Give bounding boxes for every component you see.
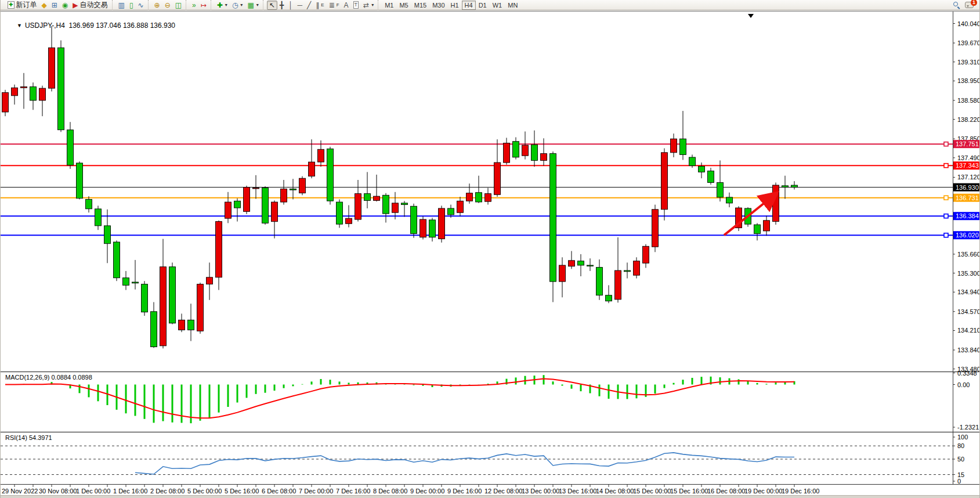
new-order-button[interactable]: ✚新订单 (5, 1, 39, 10)
svg-text:8 Dec 08:00: 8 Dec 08:00 (373, 488, 407, 495)
vertical-line-button[interactable]: │ (286, 1, 295, 10)
svg-text:136.731: 136.731 (956, 194, 979, 201)
indicators-button[interactable]: ✚▾ (215, 1, 230, 10)
tile-windows-button[interactable]: ◫ (173, 1, 184, 10)
navigator-icon: ◉ (62, 2, 68, 9)
svg-text:-1.2321: -1.2321 (957, 424, 979, 431)
price-badge-136.930: 136.930 (953, 183, 980, 192)
svg-text:2 Dec 08:00: 2 Dec 08:00 (150, 488, 185, 495)
navigator-button[interactable]: ◉ (60, 1, 70, 10)
timeframe-m30-button[interactable]: M30 (429, 1, 447, 10)
cursor-button[interactable]: ↖ (267, 1, 277, 10)
svg-text:139.310: 139.310 (957, 59, 980, 66)
chart-symbol-button[interactable]: ◆ (39, 1, 49, 10)
timeframe-m1-button[interactable]: M1 (382, 1, 396, 10)
main-toolbar: ✚新订单◆⊞◉▶自动交易▥▯∿⊕⊖◫»↦✚▾◷▾▦▾↖╋│─╱∥E≣FAT⇄▾M… (1, 0, 979, 10)
svg-text:138.220: 138.220 (957, 116, 980, 123)
timeframe-h4-button[interactable]: H4 (462, 1, 476, 10)
svg-text:138.580: 138.580 (957, 97, 980, 104)
price-chart[interactable]: 140.040139.670139.310138.950138.580138.2… (1, 12, 980, 498)
timeframe-m5-button[interactable]: M5 (396, 1, 411, 10)
fibonacci-icon: ≣ (329, 2, 335, 9)
trendline-button[interactable]: ╱ (305, 1, 313, 10)
svg-text:9 Dec 00:00: 9 Dec 00:00 (410, 488, 444, 495)
auto-scroll-button[interactable]: » (190, 1, 198, 10)
channel-button[interactable]: ∥E (313, 1, 326, 10)
market-watch-button[interactable]: ⊞ (49, 1, 60, 10)
search-icon[interactable] (953, 2, 960, 9)
line-chart-button[interactable]: ∿ (136, 1, 146, 10)
new-order-button-label: 新订单 (16, 0, 37, 10)
horizontal-line-icon: ─ (298, 2, 303, 9)
chevron-down-icon: ▾ (240, 2, 243, 8)
svg-text:135.660: 135.660 (957, 251, 980, 258)
svg-text:140.040: 140.040 (957, 20, 980, 27)
collapse-caret-icon[interactable]: ▼ (17, 23, 22, 28)
toolbar-group-trade: ✚新订单◆⊞◉▶自动交易 (2, 0, 112, 10)
timeframe-h1-button[interactable]: H1 (448, 1, 462, 10)
arrows-button[interactable]: ⇄▾ (361, 1, 376, 10)
svg-text:139.670: 139.670 (957, 39, 980, 46)
cursor-icon: ↖ (269, 2, 275, 9)
timeframe-d1-button[interactable]: D1 (476, 1, 490, 10)
chart-title: ▼USDJPY-,H4 136.969 137.046 136.888 136.… (5, 13, 175, 38)
svg-text:134.210: 134.210 (957, 327, 980, 334)
bar-chart-button[interactable]: ▥ (116, 1, 127, 10)
crosshair-icon: ╋ (280, 2, 284, 9)
price-badge-136.384: 136.384 (953, 212, 980, 220)
svg-text:9 Dec 16:00: 9 Dec 16:00 (447, 488, 482, 495)
fibonacci-button[interactable]: ≣F (327, 1, 342, 10)
svg-text:50: 50 (957, 456, 964, 463)
indicators-icon: ✚ (217, 2, 223, 9)
svg-text:5 Dec 16:00: 5 Dec 16:00 (225, 488, 259, 495)
svg-text:29 Nov 2022: 29 Nov 2022 (2, 488, 38, 495)
zoom-in-button[interactable]: ⊕ (152, 1, 162, 10)
toolbar-group-timeframes: M1M5M15M30H1H4D1W1MN (378, 0, 522, 10)
symbol-icon: ◆ (42, 2, 47, 9)
svg-text:7 Dec 00:00: 7 Dec 00:00 (299, 488, 333, 495)
arrows-icon: ⇄ (363, 2, 369, 9)
toolbar-group-insert: ✚▾◷▾▦▾ (211, 0, 263, 10)
svg-text:137.120: 137.120 (957, 174, 980, 181)
svg-text:16 Dec 08:00: 16 Dec 08:00 (707, 488, 745, 495)
text-label-button[interactable]: T (351, 1, 361, 10)
toolbar-group-chart-type: ▥▯∿ (112, 0, 148, 10)
new-order-icon: ✚ (8, 1, 15, 9)
notification-badge: 1 (971, 0, 977, 6)
chart-canvas[interactable]: 140.040139.670139.310138.950138.580138.2… (1, 12, 980, 498)
timeframe-m15-button[interactable]: M15 (411, 1, 429, 10)
periods-button[interactable]: ◷▾ (230, 1, 245, 10)
svg-text:0.00: 0.00 (957, 381, 970, 388)
svg-text:12 Dec 08:00: 12 Dec 08:00 (484, 488, 522, 495)
chart-shift-icon: ↦ (201, 2, 207, 9)
svg-text:100: 100 (957, 434, 968, 441)
svg-text:19 Dec 16:00: 19 Dec 16:00 (782, 488, 819, 495)
timeframe-w1-button[interactable]: W1 (490, 1, 505, 10)
line-chart-icon: ∿ (138, 2, 144, 9)
svg-text:134.940: 134.940 (957, 288, 980, 295)
templates-button[interactable]: ▦▾ (245, 1, 261, 10)
chart-area[interactable]: 140.040139.670139.310138.950138.580138.2… (1, 11, 979, 498)
vertical-line-icon: │ (288, 2, 293, 9)
timeframe-mn-button[interactable]: MN (505, 1, 520, 10)
horizontal-line-button[interactable]: ─ (295, 1, 305, 10)
crosshair-button[interactable]: ╋ (277, 1, 286, 10)
svg-text:138.950: 138.950 (957, 77, 980, 84)
svg-text:136.020: 136.020 (956, 232, 979, 239)
candlestick-chart-button[interactable]: ▯ (127, 1, 136, 10)
zoom-out-button[interactable]: ⊖ (162, 1, 173, 10)
notifications-icon[interactable]: 1 (965, 2, 974, 8)
toolbar-right: 1 (953, 2, 979, 9)
auto-scroll-icon: » (192, 2, 196, 9)
svg-text:80: 80 (957, 442, 964, 449)
autotrading-button[interactable]: ▶自动交易 (70, 1, 110, 10)
clock-icon: ◷ (232, 2, 238, 9)
chevron-down-icon: ▾ (225, 2, 227, 8)
svg-text:137.490: 137.490 (957, 154, 980, 161)
svg-text:136.930: 136.930 (956, 184, 979, 191)
svg-text:1 Dec 00:00: 1 Dec 00:00 (76, 488, 110, 495)
text-button[interactable]: A (342, 1, 351, 10)
candlestick-chart-icon: ▯ (129, 2, 133, 9)
autotrading-icon: ▶ (73, 2, 78, 9)
chart-shift-button[interactable]: ↦ (198, 1, 209, 10)
